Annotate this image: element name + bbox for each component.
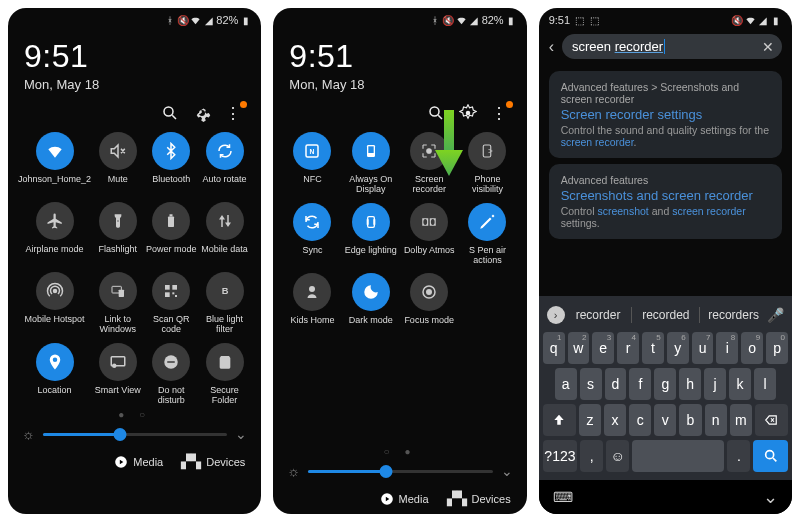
key-o[interactable]: o xyxy=(741,332,763,364)
tile-mobiledata[interactable]: Mobile data xyxy=(198,202,251,264)
tile-airplane[interactable]: Airplane mode xyxy=(18,202,91,264)
comma-key[interactable]: , xyxy=(580,440,603,472)
suggestion[interactable]: recorders xyxy=(706,304,761,326)
gear-icon[interactable] xyxy=(193,104,211,122)
key-h[interactable]: h xyxy=(679,368,701,400)
search-input[interactable]: screen recorder✕ xyxy=(562,34,782,59)
key-b[interactable]: b xyxy=(679,404,701,436)
tile-hotspot[interactable]: Mobile Hotspot xyxy=(18,272,91,335)
chevron-down-icon[interactable]: ⌄ xyxy=(235,426,247,442)
more-icon[interactable]: ⋮ xyxy=(491,104,509,122)
gear-icon[interactable] xyxy=(459,104,477,122)
result-title: Screen recorder settings xyxy=(561,107,770,122)
tile-spen[interactable]: S Pen air actions xyxy=(458,203,516,266)
emoji-key[interactable]: ☺ xyxy=(606,440,629,472)
key-p[interactable]: p xyxy=(766,332,788,364)
key-z[interactable]: z xyxy=(579,404,601,436)
key-w[interactable]: w xyxy=(568,332,590,364)
media-button[interactable]: Media xyxy=(114,454,163,469)
key-i[interactable]: i xyxy=(716,332,738,364)
tile-nfc[interactable]: NNFC xyxy=(283,132,341,195)
search-key[interactable] xyxy=(753,440,788,472)
key-j[interactable]: j xyxy=(704,368,726,400)
key-f[interactable]: f xyxy=(629,368,651,400)
back-icon[interactable]: ‹ xyxy=(549,38,554,56)
tile-rotate[interactable]: Auto rotate xyxy=(198,132,251,194)
shift-key[interactable] xyxy=(543,404,576,436)
statusbar: ᚼ 🔇 ◢ 82% ▮ xyxy=(8,8,261,28)
key-e[interactable]: e xyxy=(592,332,614,364)
tile-bluetooth[interactable]: Bluetooth xyxy=(144,132,197,194)
key-n[interactable]: n xyxy=(705,404,727,436)
key-u[interactable]: u xyxy=(692,332,714,364)
aod-icon xyxy=(352,132,390,170)
result-breadcrumb: Advanced features xyxy=(561,174,770,186)
mic-icon[interactable]: 🎤 xyxy=(767,307,784,323)
hotspot-icon xyxy=(36,272,74,310)
search-icon[interactable] xyxy=(161,104,179,122)
key-a[interactable]: a xyxy=(555,368,577,400)
tile-location[interactable]: Location xyxy=(18,343,91,406)
key-t[interactable]: t xyxy=(642,332,664,364)
devices-button[interactable]: ▞▚Devices xyxy=(447,491,511,506)
brightness-slider[interactable] xyxy=(43,433,227,436)
nav-down-icon[interactable]: ⌄ xyxy=(763,486,778,508)
key-r[interactable]: r xyxy=(617,332,639,364)
period-key[interactable]: . xyxy=(727,440,750,472)
key-v[interactable]: v xyxy=(654,404,676,436)
key-c[interactable]: c xyxy=(629,404,651,436)
tile-wifi[interactable]: Johnson_Home_2 xyxy=(18,132,91,194)
tile-mute[interactable]: Mute xyxy=(91,132,144,194)
mobiledata-icon xyxy=(206,202,244,240)
spen-icon xyxy=(468,203,506,241)
wifi-icon xyxy=(36,132,74,170)
tile-screenrec[interactable]: Screen recorder xyxy=(400,132,458,195)
key-s[interactable]: s xyxy=(580,368,602,400)
suggestion[interactable]: recorder xyxy=(571,304,626,326)
tile-qr[interactable]: Scan QR code xyxy=(144,272,197,335)
clear-icon[interactable]: ✕ xyxy=(762,39,774,55)
tile-dolby[interactable]: Dolby Atmos xyxy=(400,203,458,266)
symbols-key[interactable]: ?123 xyxy=(543,440,578,472)
svg-text:N: N xyxy=(310,148,315,155)
tile-darkmode[interactable]: Dark mode xyxy=(342,273,400,335)
suggestion[interactable]: recorded xyxy=(638,304,693,326)
result-desc: Control the sound and quality settings f… xyxy=(561,124,770,148)
space-key[interactable] xyxy=(632,440,724,472)
media-label: Media xyxy=(133,456,163,468)
devices-button[interactable]: ▞▚Devices xyxy=(181,454,245,469)
tile-secure[interactable]: Secure Folder xyxy=(198,343,251,406)
tile-link[interactable]: Link to Windows xyxy=(91,272,144,335)
tile-edge[interactable]: Edge lighting xyxy=(342,203,400,266)
tile-flashlight[interactable]: Flashlight xyxy=(91,202,144,264)
key-x[interactable]: x xyxy=(604,404,626,436)
key-q[interactable]: q xyxy=(543,332,565,364)
tile-visibility[interactable]: Phone visibility xyxy=(458,132,516,195)
brightness-slider[interactable] xyxy=(308,470,492,473)
tile-power[interactable]: Power mode xyxy=(144,202,197,264)
tile-kids[interactable]: Kids Home xyxy=(283,273,341,335)
tile-bluelight[interactable]: BBlue light filter xyxy=(198,272,251,335)
key-d[interactable]: d xyxy=(605,368,627,400)
key-y[interactable]: y xyxy=(667,332,689,364)
media-button[interactable]: Media xyxy=(380,491,429,506)
search-result[interactable]: Advanced features > Screenshots and scre… xyxy=(549,71,782,158)
svg-rect-9 xyxy=(165,292,170,297)
search-icon[interactable] xyxy=(427,104,445,122)
key-g[interactable]: g xyxy=(654,368,676,400)
tile-dnd[interactable]: Do not disturb xyxy=(144,343,197,406)
more-icon[interactable]: ⋮ xyxy=(225,104,243,122)
tile-focus[interactable]: Focus mode xyxy=(400,273,458,335)
search-result[interactable]: Advanced featuresScreenshots and screen … xyxy=(549,164,782,239)
tile-smartview[interactable]: Smart View xyxy=(91,343,144,406)
key-k[interactable]: k xyxy=(729,368,751,400)
chevron-down-icon[interactable]: ⌄ xyxy=(501,463,513,479)
expand-suggestions-icon[interactable]: › xyxy=(547,306,565,324)
bluelight-icon: B xyxy=(206,272,244,310)
keyboard-switch-icon[interactable]: ⌨ xyxy=(553,489,573,505)
backspace-key[interactable] xyxy=(755,404,788,436)
key-l[interactable]: l xyxy=(754,368,776,400)
tile-aod[interactable]: Always On Display xyxy=(342,132,400,195)
key-m[interactable]: m xyxy=(730,404,752,436)
tile-sync[interactable]: Sync xyxy=(283,203,341,266)
